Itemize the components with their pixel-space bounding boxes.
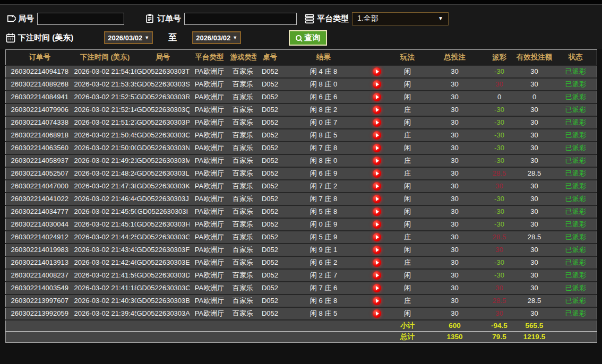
game-type-cell: 百家乐	[230, 205, 256, 218]
game-type-cell: 百家乐	[230, 282, 256, 294]
bets-table: 订单号 下注时间 (美东) 局号 平台类型 游戏类型 桌号 结果 玩法 总投注 …	[5, 49, 597, 343]
order-id-cell: 260302214084941	[6, 91, 74, 103]
header-media	[364, 50, 390, 65]
table-no-cell: D052	[256, 129, 284, 142]
play-type-cell: 闲	[390, 218, 425, 231]
date-to-picker[interactable]: 2026/03/02 ▼	[192, 31, 241, 44]
red-play-button-icon[interactable]	[373, 207, 381, 216]
table-no-cell: D052	[256, 65, 284, 78]
red-play-button-icon[interactable]	[373, 93, 381, 101]
table-row: 260302214084941 2026-03-02 21:52:57 GD05…	[6, 91, 597, 103]
media-cell	[364, 91, 390, 103]
red-play-button-icon[interactable]	[373, 297, 381, 305]
valid-bet-cell: 30	[514, 180, 555, 193]
date-from-picker[interactable]: 2026/03/02 ▼	[104, 31, 153, 44]
bet-time-cell: 2026-03-02 21:41:18	[74, 282, 136, 294]
order-id-cell: 260302214063560	[6, 142, 74, 154]
platform-cell: PA欧洲厅	[190, 244, 230, 256]
red-play-button-icon[interactable]	[373, 271, 381, 280]
round-id-cell: GD0522630303J	[136, 193, 190, 205]
grand-total-row: 总计 1350 79.5 1219.5	[6, 331, 597, 342]
media-cell	[364, 231, 390, 244]
bet-time-cell: 2026-03-02 21:48:24	[74, 167, 136, 180]
order-id-cell: 260302214068918	[6, 129, 74, 142]
game-type-cell: 百家乐	[230, 154, 256, 167]
media-cell	[364, 193, 390, 205]
payout-cell: 0	[485, 91, 514, 103]
round-id-cell: GD0522630303K	[136, 180, 190, 193]
platform-type-select[interactable]: 1.全部 ▼	[352, 12, 449, 25]
status-cell: 已派彩	[555, 244, 597, 256]
total-bet-cell: 30	[425, 103, 485, 116]
valid-bet-cell: 30	[514, 116, 555, 129]
bet-time-cell: 2026-03-02 21:52:57	[74, 91, 136, 103]
bet-time-cell: 2026-03-02 21:45:50	[74, 205, 136, 218]
red-play-button-icon[interactable]	[373, 246, 381, 254]
game-type-cell: 百家乐	[230, 269, 256, 282]
bet-time-cell: 2026-03-02 21:49:21	[74, 154, 136, 167]
table-row: 260302214013913 2026-03-02 21:42:46 GD05…	[6, 256, 597, 269]
subtotal-row: 小计 600 -94.5 565.5	[6, 320, 597, 332]
red-play-button-icon[interactable]	[373, 233, 381, 241]
total-bet-cell: 30	[425, 269, 485, 282]
status-cell: 已派彩	[555, 269, 597, 282]
red-play-button-icon[interactable]	[373, 169, 381, 178]
platform-cell: PA欧洲厅	[190, 193, 230, 205]
header-order-id: 订单号	[6, 50, 74, 65]
payout-cell: -30	[485, 205, 514, 218]
table-no-cell: D052	[256, 231, 284, 244]
red-play-button-icon[interactable]	[373, 195, 381, 203]
platform-cell: PA欧洲厅	[190, 269, 230, 282]
total-bet-cell: 30	[425, 294, 485, 307]
round-id-cell: GD0522630303G	[136, 231, 190, 244]
game-type-cell: 百家乐	[230, 244, 256, 256]
red-play-button-icon[interactable]	[373, 309, 381, 318]
subtotal-payout: -94.5	[485, 320, 514, 332]
play-type-cell: 庄	[390, 154, 425, 167]
payout-cell: -30	[485, 269, 514, 282]
red-play-button-icon[interactable]	[373, 157, 381, 165]
search-button[interactable]: 查询	[289, 30, 327, 46]
game-type-cell: 百家乐	[230, 116, 256, 129]
result-cell: 闲 7 庄 8	[284, 142, 364, 154]
red-play-button-icon[interactable]	[373, 131, 381, 140]
red-play-button-icon[interactable]	[373, 182, 381, 190]
payout-cell: 30	[485, 244, 514, 256]
red-play-button-icon[interactable]	[373, 220, 381, 229]
play-type-cell: 闲	[390, 282, 425, 294]
platform-cell: PA欧洲厅	[190, 294, 230, 307]
valid-bet-cell: 30	[514, 205, 555, 218]
table-row: 260302214030044 2026-03-02 21:45:10 GD05…	[6, 218, 597, 231]
round-id-cell: GD0522630303H	[136, 218, 190, 231]
caret-down-icon: ▼	[438, 16, 443, 21]
table-no-cell: D052	[256, 282, 284, 294]
total-bet-cell: 30	[425, 78, 485, 91]
table-row: 260302214024912 2026-03-02 21:44:25 GD05…	[6, 231, 597, 244]
platform-cell: PA欧洲厅	[190, 78, 230, 91]
red-play-button-icon[interactable]	[373, 118, 381, 127]
status-cell: 已派彩	[555, 256, 597, 269]
red-play-button-icon[interactable]	[373, 67, 381, 76]
table-no-cell: D052	[256, 294, 284, 307]
total-bet-cell: 30	[425, 65, 485, 78]
table-no-cell: D052	[256, 91, 284, 103]
platform-cell: PA欧洲厅	[190, 167, 230, 180]
red-play-button-icon[interactable]	[373, 80, 381, 89]
payout-cell: 30	[485, 180, 514, 193]
order-number-input[interactable]	[184, 13, 297, 25]
game-type-cell: 百家乐	[230, 103, 256, 116]
game-type-cell: 百家乐	[230, 294, 256, 307]
total-bet-cell: 30	[425, 154, 485, 167]
round-id-cell: GD0522630303C	[136, 282, 190, 294]
red-play-button-icon[interactable]	[373, 144, 381, 152]
round-number-input[interactable]	[37, 13, 124, 25]
red-play-button-icon[interactable]	[373, 284, 381, 292]
red-play-button-icon[interactable]	[373, 258, 381, 267]
valid-bet-cell: 30	[514, 269, 555, 282]
status-cell: 已派彩	[555, 180, 597, 193]
platform-cell: PA欧洲厅	[190, 154, 230, 167]
red-play-button-icon[interactable]	[373, 106, 381, 114]
order-id-cell: 260302214094178	[6, 65, 74, 78]
table-no-cell: D052	[256, 78, 284, 91]
table-row: 260302214079906 2026-03-02 21:52:14 GD05…	[6, 103, 597, 116]
